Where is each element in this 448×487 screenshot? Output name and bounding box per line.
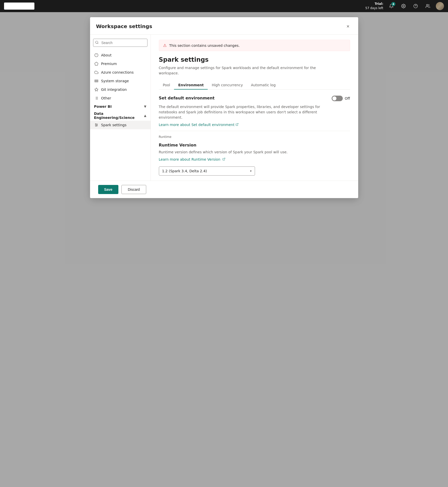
trial-days: 57 days left xyxy=(365,6,383,10)
avatar-image xyxy=(436,2,444,10)
topbar: Trial: 57 days left 4 xyxy=(0,0,448,12)
topbar-right: Trial: 57 days left 4 xyxy=(365,2,444,10)
people-button[interactable] xyxy=(424,2,432,10)
trial-label: Trial: xyxy=(365,2,383,6)
settings-button[interactable] xyxy=(399,2,408,10)
help-button[interactable] xyxy=(412,2,420,10)
avatar[interactable] xyxy=(436,2,444,10)
svg-point-3 xyxy=(426,4,428,6)
notification-badge: 4 xyxy=(391,2,395,6)
trial-info: Trial: 57 days left xyxy=(365,2,383,10)
notification-button[interactable]: 4 xyxy=(387,2,395,10)
svg-point-0 xyxy=(403,6,404,7)
logo xyxy=(4,3,34,10)
